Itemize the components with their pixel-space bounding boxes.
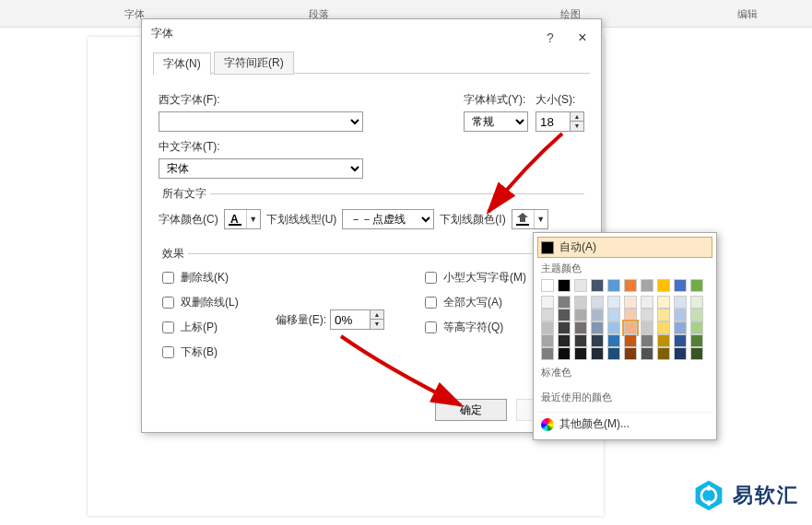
color-swatch[interactable] xyxy=(541,279,554,292)
size-input[interactable] xyxy=(535,111,571,132)
color-swatch[interactable] xyxy=(674,296,687,309)
color-swatch[interactable] xyxy=(558,347,571,360)
color-swatch[interactable] xyxy=(574,321,587,334)
color-swatch[interactable] xyxy=(624,279,637,292)
color-swatch[interactable] xyxy=(657,347,670,360)
color-swatch[interactable] xyxy=(641,334,653,347)
color-swatch[interactable] xyxy=(624,296,637,309)
color-swatch[interactable] xyxy=(607,347,620,360)
ribbon-group-edit: 编辑 xyxy=(737,7,758,21)
tab-font[interactable]: 字体(N) xyxy=(153,52,211,76)
color-swatch[interactable] xyxy=(607,321,620,334)
color-swatch[interactable] xyxy=(674,309,687,321)
color-swatch[interactable] xyxy=(607,309,620,321)
color-swatch[interactable] xyxy=(624,321,637,334)
color-swatch[interactable] xyxy=(690,309,703,321)
color-swatch[interactable] xyxy=(558,334,571,347)
offset-label: 偏移量(E): xyxy=(276,312,326,328)
color-swatch[interactable] xyxy=(657,321,670,334)
svg-rect-1 xyxy=(229,224,241,226)
color-swatch[interactable] xyxy=(574,347,587,360)
color-swatch[interactable] xyxy=(591,296,604,309)
color-swatch[interactable] xyxy=(624,334,637,347)
chinese-font-combo[interactable]: 宋体 xyxy=(159,158,363,179)
western-font-combo[interactable] xyxy=(159,111,363,132)
color-swatch[interactable] xyxy=(541,334,554,347)
color-swatch[interactable] xyxy=(624,347,637,360)
color-swatch[interactable] xyxy=(591,309,604,321)
color-auto-row[interactable]: 自动(A) xyxy=(537,237,712,258)
cb-equal-height[interactable]: 等高字符(Q) xyxy=(421,319,526,336)
cb-superscript[interactable]: 上标(P) xyxy=(159,319,239,336)
spin-down-icon[interactable]: ▼ xyxy=(371,320,383,329)
color-swatch[interactable] xyxy=(558,309,571,321)
color-swatch[interactable] xyxy=(657,279,670,292)
color-swatch[interactable] xyxy=(591,347,604,360)
cb-all-caps[interactable]: 全部大写(A) xyxy=(421,294,526,311)
color-swatch[interactable] xyxy=(607,296,620,309)
more-colors-row[interactable]: 其他颜色(M)... xyxy=(537,412,712,436)
recent-colors-title: 最近使用的颜色 xyxy=(537,387,712,406)
color-swatch[interactable] xyxy=(641,279,653,292)
color-swatch[interactable] xyxy=(541,296,554,309)
color-swatch[interactable] xyxy=(558,321,571,334)
color-swatch[interactable] xyxy=(574,296,587,309)
dropdown-arrow-icon[interactable]: ▼ xyxy=(247,215,260,224)
color-swatch[interactable] xyxy=(657,309,670,321)
color-swatch[interactable] xyxy=(641,296,653,309)
color-swatch[interactable] xyxy=(541,309,554,321)
color-swatch[interactable] xyxy=(641,309,653,321)
underline-color-icon xyxy=(512,210,535,228)
color-swatch[interactable] xyxy=(591,279,604,292)
color-swatch[interactable] xyxy=(657,296,670,309)
color-swatch[interactable] xyxy=(674,321,687,334)
font-color-button[interactable]: A ▼ xyxy=(224,209,261,229)
cb-subscript[interactable]: 下标(B) xyxy=(159,344,239,361)
color-swatch[interactable] xyxy=(641,347,653,360)
color-swatch[interactable] xyxy=(690,334,703,347)
spin-up-icon[interactable]: ▲ xyxy=(371,310,383,320)
spin-up-icon[interactable]: ▲ xyxy=(571,112,583,122)
tab-char-spacing[interactable]: 字符间距(R) xyxy=(214,52,294,75)
color-swatch[interactable] xyxy=(558,296,571,309)
color-swatch[interactable] xyxy=(591,334,604,347)
spin-down-icon[interactable]: ▼ xyxy=(571,122,583,131)
size-spinner[interactable]: ▲▼ xyxy=(571,111,584,132)
color-swatch[interactable] xyxy=(574,279,587,292)
svg-text:A: A xyxy=(230,213,239,226)
color-swatch[interactable] xyxy=(541,347,554,360)
cb-small-caps[interactable]: 小型大写字母(M) xyxy=(421,269,526,286)
ok-button[interactable]: 确定 xyxy=(435,399,507,421)
cb-strikethrough[interactable]: 删除线(K) xyxy=(159,269,239,286)
color-swatch[interactable] xyxy=(574,309,587,321)
color-swatch[interactable] xyxy=(657,334,670,347)
underline-color-button[interactable]: ▼ xyxy=(512,209,548,229)
dropdown-arrow-icon[interactable]: ▼ xyxy=(535,215,547,224)
dialog-titlebar: 字体 ? × xyxy=(142,19,601,47)
dialog-help-button[interactable]: ? xyxy=(536,24,564,52)
underline-style-combo[interactable]: －－点虚线 xyxy=(342,209,434,229)
color-swatch[interactable] xyxy=(674,334,687,347)
color-swatch[interactable] xyxy=(690,347,703,360)
color-swatch[interactable] xyxy=(674,347,687,360)
color-swatch[interactable] xyxy=(607,334,620,347)
font-color-label: 字体颜色(C) xyxy=(159,212,218,228)
color-swatch[interactable] xyxy=(624,309,637,321)
offset-input[interactable] xyxy=(330,309,371,330)
font-style-combo[interactable]: 常规 xyxy=(464,111,528,132)
color-swatch[interactable] xyxy=(541,321,554,334)
color-swatch[interactable] xyxy=(674,279,687,292)
color-swatch[interactable] xyxy=(690,279,703,292)
all-text-legend: 所有文字 xyxy=(159,186,210,202)
cb-double-strikethrough[interactable]: 双删除线(L) xyxy=(159,294,239,311)
color-swatch[interactable] xyxy=(641,321,653,334)
color-swatch[interactable] xyxy=(690,321,703,334)
color-swatch[interactable] xyxy=(558,279,571,292)
color-swatch[interactable] xyxy=(574,334,587,347)
color-swatch[interactable] xyxy=(591,321,604,334)
offset-spinner[interactable]: ▲▼ xyxy=(371,309,384,330)
color-swatch[interactable] xyxy=(607,279,620,292)
dialog-close-button[interactable]: × xyxy=(569,24,596,52)
color-swatch[interactable] xyxy=(690,296,703,309)
svg-rect-6 xyxy=(707,500,711,505)
